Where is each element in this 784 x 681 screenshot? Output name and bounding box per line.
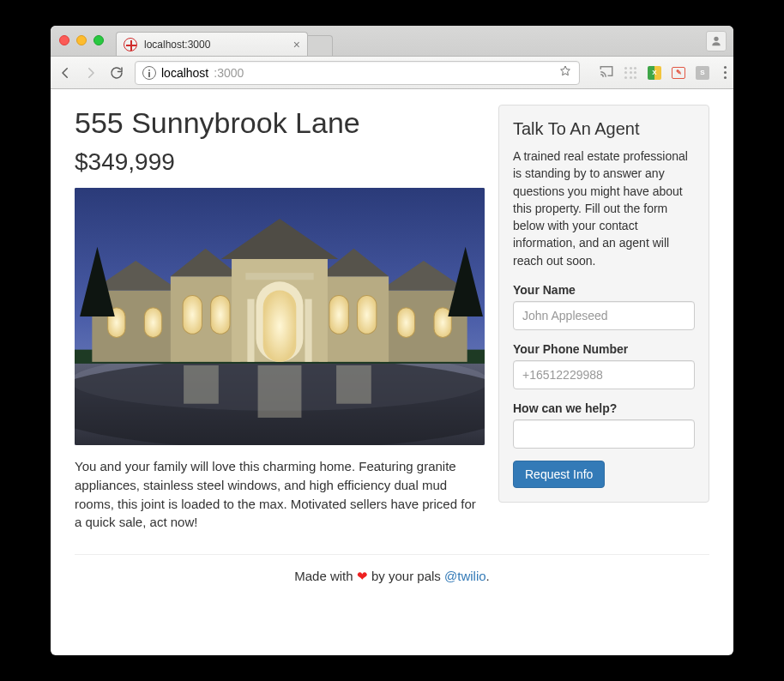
phone-label: Your Phone Number — [513, 342, 695, 356]
url-host: localhost — [161, 66, 208, 80]
svg-rect-24 — [263, 290, 297, 361]
favicon-icon — [124, 38, 137, 51]
listing-photo — [75, 188, 485, 445]
page-content: 555 Sunnybrook Lane $349,999 — [51, 89, 733, 655]
footer-suffix: . — [486, 569, 490, 583]
listing-address: 555 Sunnybrook Lane — [75, 106, 485, 140]
footer-divider — [75, 554, 709, 555]
page-footer: Made with ❤ by your pals @twilio. — [75, 569, 709, 584]
agent-panel: Talk To An Agent A trained real estate p… — [498, 105, 709, 503]
window-traffic-lights — [59, 35, 104, 45]
svg-rect-17 — [397, 308, 414, 338]
extension-icon[interactable]: X — [647, 65, 662, 81]
listing-price: $349,999 — [75, 148, 485, 176]
request-info-button[interactable]: Request Info — [513, 461, 605, 488]
site-info-icon[interactable] — [142, 66, 156, 80]
page-viewport[interactable]: 555 Sunnybrook Lane $349,999 — [51, 89, 733, 655]
reload-button[interactable] — [109, 65, 124, 81]
extension-icon[interactable]: S — [695, 65, 710, 81]
agent-panel-heading: Talk To An Agent — [513, 119, 695, 139]
close-tab-icon[interactable]: × — [293, 39, 300, 51]
browser-toolbar: localhost:3000 X ✎ S — [51, 57, 733, 89]
svg-rect-26 — [305, 299, 311, 362]
url-port: :3000 — [214, 66, 244, 80]
listing-description: You and your family will love this charm… — [75, 457, 485, 532]
tab-strip: localhost:3000 × — [51, 26, 733, 57]
extension-icon[interactable] — [623, 65, 638, 81]
browser-menu-button[interactable] — [724, 66, 727, 79]
address-bar[interactable]: localhost:3000 — [135, 61, 580, 85]
heart-icon: ❤ — [357, 569, 368, 583]
bookmark-star-icon[interactable] — [558, 64, 572, 81]
tab-title: localhost:3000 — [144, 39, 293, 51]
user-icon — [709, 34, 723, 48]
extension-icon[interactable]: ✎ — [671, 65, 686, 81]
name-input[interactable] — [513, 301, 695, 330]
new-tab-button[interactable] — [307, 35, 333, 56]
svg-rect-31 — [184, 365, 219, 404]
window-zoom-button[interactable] — [93, 35, 104, 45]
profile-button[interactable] — [706, 31, 727, 51]
window-close-button[interactable] — [59, 35, 69, 45]
svg-rect-20 — [211, 296, 230, 334]
extensions-row: X ✎ S — [599, 65, 727, 81]
footer-middle: by your pals — [368, 569, 444, 583]
window-minimize-button[interactable] — [76, 35, 87, 45]
agent-panel-blurb: A trained real estate professional is st… — [513, 148, 695, 269]
browser-tab[interactable]: localhost:3000 × — [116, 32, 308, 56]
agent-panel-column: Talk To An Agent A trained real estate p… — [498, 105, 709, 503]
twilio-link[interactable]: @twilio — [444, 569, 486, 583]
back-button[interactable] — [57, 65, 73, 81]
name-label: Your Name — [513, 283, 695, 297]
svg-rect-18 — [434, 308, 451, 338]
svg-rect-16 — [144, 308, 161, 338]
phone-input[interactable] — [513, 360, 695, 389]
forward-button[interactable] — [83, 65, 99, 81]
message-label: How can we help? — [513, 401, 695, 415]
message-input[interactable] — [513, 419, 695, 449]
svg-rect-22 — [358, 296, 377, 334]
svg-rect-32 — [336, 365, 371, 404]
svg-rect-30 — [258, 365, 302, 418]
svg-rect-25 — [247, 299, 254, 362]
browser-window: localhost:3000 × localhost:3000 — [51, 26, 733, 655]
svg-rect-21 — [329, 296, 348, 334]
footer-prefix: Made with — [294, 569, 357, 583]
cast-extension-icon[interactable] — [599, 65, 614, 81]
svg-rect-27 — [245, 273, 313, 280]
svg-rect-19 — [183, 296, 202, 334]
listing-column: 555 Sunnybrook Lane $349,999 — [75, 105, 485, 532]
